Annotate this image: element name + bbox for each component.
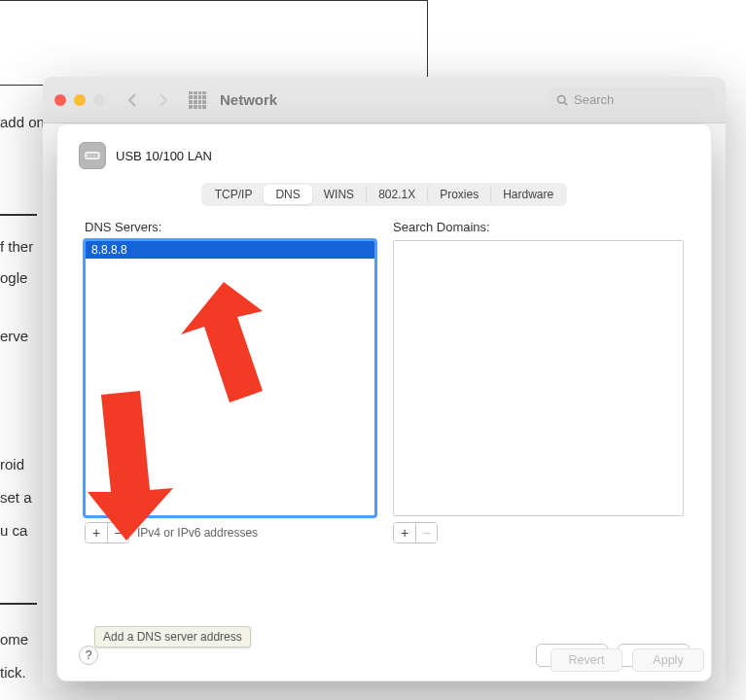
search-input[interactable]: Search [549, 88, 714, 113]
svg-point-3 [87, 155, 89, 157]
traffic-lights [54, 94, 105, 106]
search-placeholder: Search [574, 92, 614, 107]
bg-text: ogle [0, 264, 27, 291]
remove-domain-button[interactable]: − [415, 523, 437, 542]
add-domain-button[interactable]: + [394, 523, 415, 542]
forward-button[interactable] [152, 88, 175, 112]
bg-text: add on [0, 109, 45, 135]
apply-button[interactable]: Apply [632, 648, 704, 672]
search-icon [556, 94, 568, 106]
tab-8021x[interactable]: 802.1X [366, 185, 427, 204]
zoom-window-button[interactable] [93, 94, 105, 106]
add-dns-tooltip: Add a DNS server address [94, 626, 251, 648]
tab-wins[interactable]: WINS [312, 185, 366, 204]
bg-text: erve [0, 323, 28, 349]
tabs: TCP/IP DNS WINS 802.1X Proxies Hardware [201, 183, 567, 206]
tab-proxies[interactable]: Proxies [427, 185, 490, 204]
search-domains-label: Search Domains: [393, 220, 684, 234]
svg-point-4 [89, 155, 91, 157]
dns-servers-list[interactable]: 8.8.8.8 [85, 240, 375, 516]
dns-hint: IPv4 or IPv6 addresses [137, 526, 258, 540]
bg-text: f ther [0, 233, 33, 260]
bg-text: tick. [0, 659, 26, 685]
bg-text: ome [0, 626, 28, 652]
bg-text: roid [0, 451, 24, 477]
tab-tcpip[interactable]: TCP/IP [203, 185, 265, 204]
window-title: Network [220, 91, 277, 108]
help-button[interactable]: ? [79, 646, 98, 665]
svg-point-6 [96, 155, 98, 157]
titlebar: Network Search [43, 77, 726, 123]
dns-servers-label: DNS Servers: [85, 220, 375, 234]
add-dns-button[interactable]: + [86, 523, 107, 542]
dns-entry[interactable]: 8.8.8.8 [86, 241, 374, 259]
dns-settings-sheet: USB 10/100 LAN TCP/IP DNS WINS 802.1X Pr… [56, 123, 712, 682]
ethernet-icon [79, 142, 106, 169]
bg-text: set a [0, 484, 32, 510]
svg-point-0 [558, 95, 566, 103]
back-button[interactable] [121, 88, 144, 112]
show-all-icon[interactable] [189, 91, 206, 109]
svg-point-5 [93, 155, 95, 157]
prefs-window: Network Search USB 10/100 LAN TCP/IP DNS… [43, 77, 726, 689]
minimize-window-button[interactable] [74, 94, 86, 106]
svg-line-1 [564, 102, 567, 105]
tab-dns[interactable]: DNS [264, 185, 311, 204]
tab-hardware[interactable]: Hardware [490, 185, 565, 204]
connection-name: USB 10/100 LAN [116, 149, 212, 163]
remove-dns-button[interactable]: − [107, 523, 128, 542]
revert-button[interactable]: Revert [551, 648, 622, 672]
bg-text: u ca [0, 517, 27, 543]
search-domains-list[interactable] [393, 240, 684, 516]
close-window-button[interactable] [54, 94, 66, 106]
